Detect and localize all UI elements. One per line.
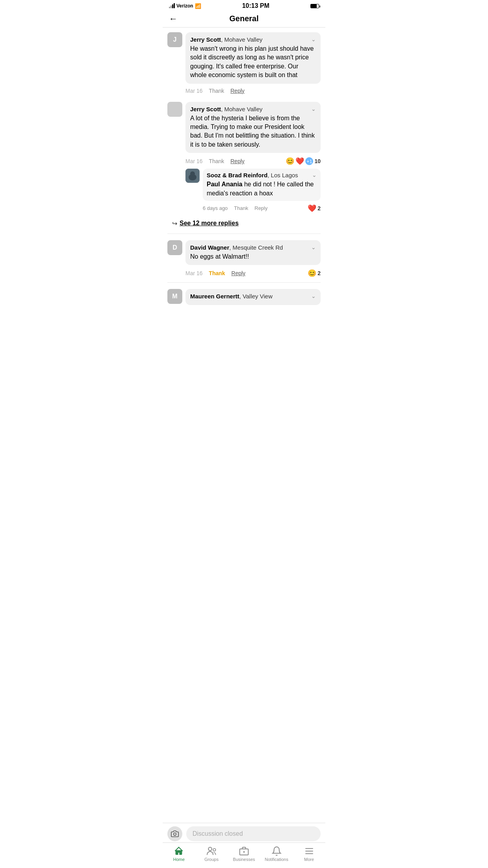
comment-text: No eggs at Walmart!! <box>190 252 316 261</box>
comment-item: M Maureen Gernertt, Valley View ⌄ <box>163 284 325 305</box>
reactions: ❤️ 2 <box>308 204 321 213</box>
reaction-count: 2 <box>317 205 321 211</box>
status-time: 10:13 PM <box>242 2 269 9</box>
comment-text: A lot of the hysteria I believe is from … <box>190 114 316 149</box>
emoji-smiley: 😊 <box>286 157 294 166</box>
reply-button[interactable]: Reply <box>231 270 246 276</box>
comment-date: Mar 16 <box>185 88 203 94</box>
reply-button[interactable]: Reply <box>255 205 268 211</box>
comment-author: David Wagner, Mesquite Creek Rd <box>190 244 283 251</box>
see-more-replies[interactable]: ↪ See 12 more replies <box>167 217 321 232</box>
comment-item: D David Wagner, Mesquite Creek Rd ⌄ No e… <box>163 235 325 281</box>
comment-list: J Jerry Scott, Mohave Valley ⌄ He wasn't… <box>163 28 325 346</box>
reply-button[interactable]: Reply <box>231 88 245 94</box>
comment-bubble: Jerry Scott, Mohave Valley ⌄ A lot of th… <box>185 102 321 153</box>
reply-item: Sooz & Brad Reinford, Los Lagos ⌄ Paul A… <box>185 169 321 201</box>
signal-icon <box>169 4 175 8</box>
comment-actions: Mar 16 Thank Reply <box>167 85 321 97</box>
reactions: 😊 ❤️ +1 10 <box>286 157 321 166</box>
comment-date: Mar 16 <box>185 270 203 276</box>
chevron-down-icon[interactable]: ⌄ <box>312 172 317 178</box>
comment-author: Maureen Gernertt, Valley View <box>190 293 273 300</box>
carrier-label: Verizon <box>176 3 193 9</box>
thank-button[interactable]: Thank <box>209 88 224 94</box>
reply-date: 6 days ago <box>203 205 228 211</box>
nested-replies: Sooz & Brad Reinford, Los Lagos ⌄ Paul A… <box>185 169 321 215</box>
svg-point-2 <box>190 171 195 176</box>
avatar <box>167 102 182 117</box>
comment-bubble: Jerry Scott, Mohave Valley ⌄ He wasn't w… <box>185 32 321 84</box>
status-bar: Verizon 📶 10:13 PM <box>163 0 325 11</box>
reply-author: Sooz & Brad Reinford, Los Lagos <box>207 172 298 178</box>
thank-button[interactable]: Thank <box>209 158 224 164</box>
avatar-image <box>185 169 200 183</box>
reply-button[interactable]: Reply <box>231 158 245 164</box>
reply-actions: 6 days ago Thank Reply ❤️ 2 <box>185 202 321 215</box>
emoji-heart: ❤️ <box>308 204 316 213</box>
divider <box>167 282 321 283</box>
reactions: 😊 2 <box>308 269 321 278</box>
avatar: D <box>167 240 182 255</box>
comment-actions: Mar 16 Thank Reply 😊 2 <box>167 267 321 281</box>
chevron-down-icon[interactable]: ⌄ <box>311 244 316 250</box>
comment-item: J Jerry Scott, Mohave Valley ⌄ He wasn't… <box>163 28 325 97</box>
emoji-smiley: 😊 <box>308 269 316 278</box>
comment-date: Mar 16 <box>185 158 203 164</box>
back-button[interactable]: ← <box>169 14 178 24</box>
page-title: General <box>229 14 259 23</box>
comment-author: Jerry Scott, Mohave Valley <box>190 36 262 43</box>
thank-button[interactable]: Thank <box>234 205 248 211</box>
comment-bubble: David Wagner, Mesquite Creek Rd ⌄ No egg… <box>185 240 321 265</box>
wifi-icon: 📶 <box>195 3 201 9</box>
comment-text: He wasn't wrong in his plan just should … <box>190 44 316 80</box>
comment-bubble: Maureen Gernertt, Valley View ⌄ <box>185 289 321 305</box>
emoji-heart: ❤️ <box>295 157 304 166</box>
reply-text: Paul Anania he did not ! He called the m… <box>207 180 317 198</box>
thank-button[interactable]: Thank <box>209 270 225 276</box>
reaction-count: 2 <box>317 270 321 276</box>
header: ← General <box>163 11 325 28</box>
see-more-link[interactable]: See 12 more replies <box>180 220 238 227</box>
avatar <box>185 169 200 183</box>
comment-author: Jerry Scott, Mohave Valley <box>190 106 262 112</box>
chevron-down-icon[interactable]: ⌄ <box>311 293 316 299</box>
arrow-icon: ↪ <box>172 220 177 227</box>
comment-item: Jerry Scott, Mohave Valley ⌄ A lot of th… <box>163 97 325 232</box>
chevron-down-icon[interactable]: ⌄ <box>311 106 316 112</box>
comment-actions: Mar 16 Thank Reply 😊 ❤️ +1 10 <box>167 154 321 169</box>
avatar: J <box>167 32 182 47</box>
reaction-count: 10 <box>314 158 321 164</box>
divider <box>167 234 321 234</box>
emoji-plus1: +1 <box>305 157 313 165</box>
status-left: Verizon 📶 <box>169 3 201 9</box>
chevron-down-icon[interactable]: ⌄ <box>311 36 316 42</box>
battery-icon <box>310 3 319 9</box>
reply-bubble: Sooz & Brad Reinford, Los Lagos ⌄ Paul A… <box>203 169 321 201</box>
avatar: M <box>167 289 182 304</box>
